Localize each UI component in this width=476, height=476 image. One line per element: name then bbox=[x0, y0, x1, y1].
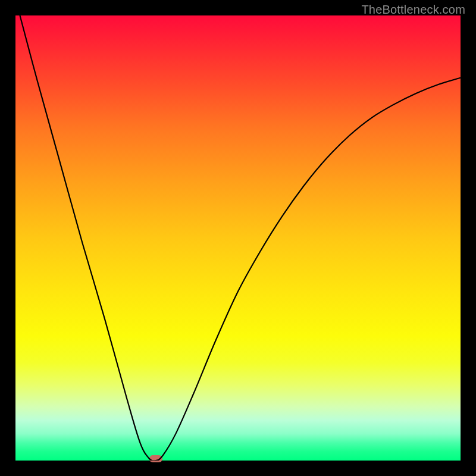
curve-layer bbox=[15, 15, 461, 461]
watermark-text: TheBottleneck.com bbox=[361, 3, 465, 17]
chart-frame: TheBottleneck.com bbox=[0, 0, 476, 476]
bottleneck-curve-path bbox=[20, 15, 461, 461]
